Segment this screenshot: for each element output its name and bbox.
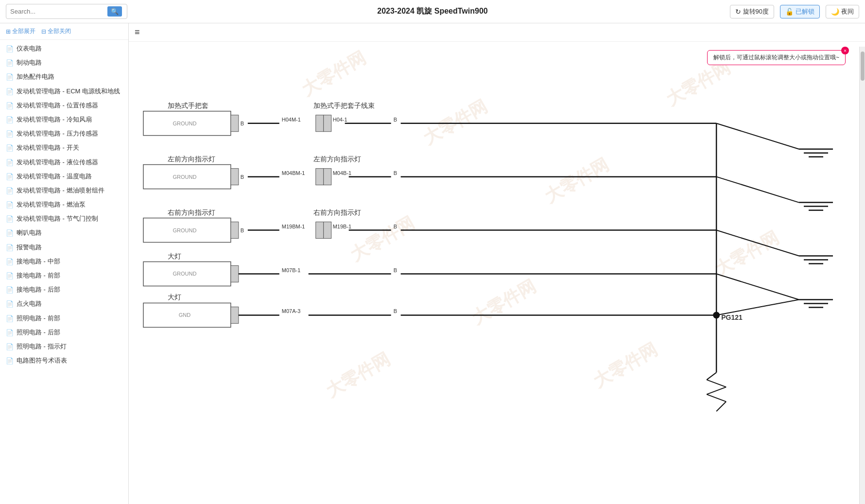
sidebar-item-label: 发动机管理电路 - ECM 电源线和地线: [17, 87, 120, 96]
unlock-icon: 🔓: [785, 8, 794, 16]
svg-text:B: B: [241, 174, 244, 180]
collapse-icon: ⊟: [41, 28, 46, 35]
topbar: 🔍 2023-2024 凯旋 SpeedTwin900 ↻ 旋转90度 🔓 已解…: [0, 0, 865, 23]
sidebar-item-11[interactable]: 📄发动机管理电路 - 燃油泵: [0, 198, 128, 212]
svg-text:右前方向指示灯: 右前方向指示灯: [313, 209, 361, 216]
svg-text:B: B: [394, 224, 397, 229]
rotate-label: 旋转90度: [743, 7, 769, 16]
svg-text:M04BM-1: M04BM-1: [282, 170, 305, 176]
unlock-label: 已解锁: [796, 7, 814, 16]
sidebar-item-16[interactable]: 📄接地电路 - 前部: [0, 269, 128, 283]
scrollbar-thumb[interactable]: [861, 52, 865, 81]
sidebar-item-21[interactable]: 📄照明电路 - 指示灯: [0, 340, 128, 354]
file-icon: 📄: [6, 329, 14, 337]
svg-text:GROUND: GROUND: [173, 121, 197, 126]
file-icon: 📄: [6, 187, 14, 195]
diagram-toolbar: ≡: [129, 23, 865, 42]
tooltip-close-button[interactable]: ×: [841, 47, 849, 54]
file-icon: 📄: [6, 229, 14, 238]
sidebar-item-7[interactable]: 📄发动机管理电路 - 开关: [0, 141, 128, 155]
top-right-controls: ↻ 旋转90度 🔓 已解锁 🌙 夜间: [730, 5, 859, 18]
sidebar-item-2[interactable]: 📄加热配件电路: [0, 70, 128, 84]
sidebar-item-20[interactable]: 📄照明电路 - 后部: [0, 326, 128, 340]
svg-text:GROUND: GROUND: [173, 174, 197, 180]
search-input[interactable]: [10, 8, 107, 15]
sidebar-item-0[interactable]: 📄仪表电路: [0, 42, 128, 56]
file-icon: 📄: [6, 258, 14, 266]
svg-text:H04-1: H04-1: [333, 117, 347, 122]
sidebar-item-12[interactable]: 📄发动机管理电路 - 节气门控制: [0, 212, 128, 226]
sidebar-item-8[interactable]: 📄发动机管理电路 - 液位传感器: [0, 156, 128, 170]
svg-line-56: [716, 177, 799, 203]
collapse-all-label: 全部关闭: [48, 27, 71, 35]
main-layout: ⊞ 全部展开 ⊟ 全部关闭 📄仪表电路📄制动电路📄加热配件电路📄发动机管理电路 …: [0, 23, 865, 504]
svg-line-71: [707, 387, 726, 394]
collapse-all-button[interactable]: ⊟ 全部关闭: [41, 27, 71, 35]
hamburger-icon[interactable]: ≡: [135, 27, 140, 37]
svg-text:M07B-1: M07B-1: [282, 267, 300, 273]
sidebar-item-10[interactable]: 📄发动机管理电路 - 燃油喷射组件: [0, 184, 128, 198]
file-icon: 📄: [6, 87, 14, 96]
svg-text:B: B: [394, 170, 397, 176]
sidebar-item-label: 仪表电路: [17, 44, 42, 53]
sidebar-item-13[interactable]: 📄喇叭电路: [0, 226, 128, 240]
sidebar-item-6[interactable]: 📄发动机管理电路 - 压力传感器: [0, 127, 128, 141]
sidebar-item-3[interactable]: 📄发动机管理电路 - ECM 电源线和地线: [0, 85, 128, 99]
sidebar-item-label: 照明电路 - 后部: [17, 328, 60, 337]
expand-all-button[interactable]: ⊞ 全部展开: [6, 27, 35, 35]
sidebar-item-17[interactable]: 📄接地电路 - 后部: [0, 283, 128, 297]
sidebar-item-4[interactable]: 📄发动机管理电路 - 位置传感器: [0, 99, 128, 113]
svg-rect-16: [316, 169, 324, 185]
file-icon: 📄: [6, 343, 14, 351]
night-mode-button[interactable]: 🌙 夜间: [826, 5, 859, 18]
search-button[interactable]: 🔍: [107, 6, 122, 17]
sidebar-item-label: 加热配件电路: [17, 72, 54, 81]
sidebar-item-9[interactable]: 📄发动机管理电路 - 温度电路: [0, 170, 128, 184]
connector-1-left: [316, 115, 324, 132]
svg-text:左前方向指示灯: 左前方向指示灯: [313, 155, 361, 163]
svg-text:M19B-1: M19B-1: [333, 224, 351, 229]
sidebar-item-22[interactable]: 📄电路图符号术语表: [0, 354, 128, 368]
svg-text:B: B: [394, 117, 397, 122]
sidebar-item-label: 接地电路 - 前部: [17, 271, 60, 280]
sidebar-item-label: 发动机管理电路 - 压力传感器: [17, 129, 98, 138]
sidebar-item-label: 接地电路 - 后部: [17, 285, 60, 294]
svg-rect-17: [324, 169, 331, 185]
sidebar-item-label: 照明电路 - 指示灯: [17, 342, 67, 351]
sidebar-item-label: 电路图符号术语表: [17, 356, 67, 365]
sidebar-item-18[interactable]: 📄点火电路: [0, 297, 128, 311]
scrollbar[interactable]: [859, 47, 865, 504]
file-icon: 📄: [6, 130, 14, 139]
svg-text:M07A-3: M07A-3: [282, 308, 300, 314]
svg-text:左前方向指示灯: 左前方向指示灯: [168, 155, 215, 163]
svg-rect-30: [316, 222, 324, 239]
diagram-area[interactable]: ≡ 解锁后，可通过鼠标滚轮调整大小或拖动位置哦~ × 大零件网 大零件网 大零件…: [129, 23, 865, 504]
file-icon: 📄: [6, 59, 14, 68]
svg-line-55: [716, 123, 799, 149]
svg-rect-26: [231, 222, 239, 239]
sidebar-controls: ⊞ 全部展开 ⊟ 全部关闭: [0, 23, 128, 40]
expand-all-label: 全部展开: [12, 27, 35, 35]
sidebar-item-5[interactable]: 📄发动机管理电路 - 冷知风扇: [0, 113, 128, 127]
sidebar-item-14[interactable]: 📄报警电路: [0, 241, 128, 255]
tooltip-text: 解锁后，可通过鼠标滚轮调整大小或拖动位置哦~: [713, 53, 839, 62]
svg-text:右前方向指示灯: 右前方向指示灯: [168, 209, 215, 216]
night-label: 夜间: [841, 7, 854, 16]
svg-text:M19BM-1: M19BM-1: [282, 224, 305, 229]
svg-line-58: [716, 274, 799, 300]
sidebar-item-15[interactable]: 📄接地电路 - 中部: [0, 255, 128, 269]
svg-text:B: B: [241, 121, 244, 126]
sidebar-item-1[interactable]: 📄制动电路: [0, 56, 128, 70]
svg-line-72: [707, 394, 726, 401]
search-area: 🔍: [6, 4, 127, 19]
rotate-button[interactable]: ↻ 旋转90度: [730, 5, 774, 18]
svg-text:B: B: [394, 308, 397, 314]
file-icon: 📄: [6, 158, 14, 167]
sidebar-item-19[interactable]: 📄照明电路 - 前部: [0, 312, 128, 326]
unlock-button[interactable]: 🔓 已解锁: [780, 5, 820, 18]
sidebar-item-label: 发动机管理电路 - 开关: [17, 143, 79, 152]
file-icon: 📄: [6, 243, 14, 252]
sidebar-item-label: 报警电路: [17, 243, 42, 252]
svg-text:GROUND: GROUND: [173, 227, 197, 233]
sidebar-item-label: 发动机管理电路 - 位置传感器: [17, 101, 98, 110]
